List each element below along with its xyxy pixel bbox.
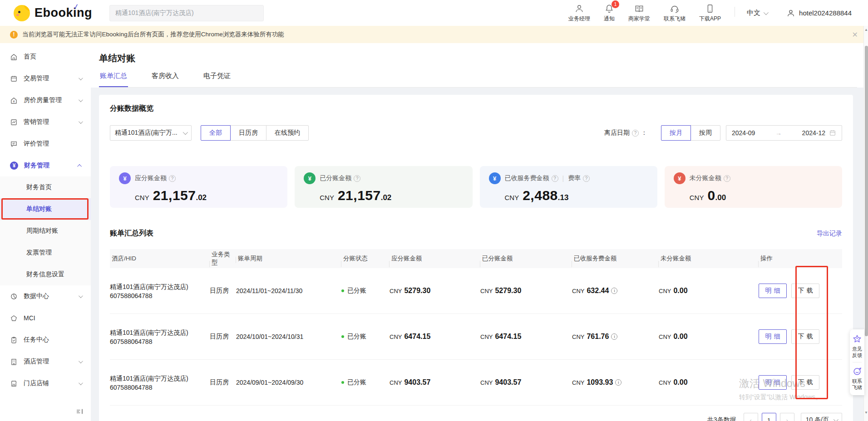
svg-text:¥: ¥	[13, 99, 15, 103]
sidebar-collapse-icon[interactable]	[75, 407, 84, 416]
money-bag-icon: ¥	[489, 172, 501, 184]
page-header: 单结对账 账单汇总 客房收入 电子凭证	[91, 43, 868, 88]
sidebar-item-rate-inventory[interactable]: ¥ 房价房量管理	[0, 89, 91, 111]
banner-close-icon[interactable]: ✕	[852, 30, 858, 39]
download-button[interactable]: 下载	[791, 329, 819, 344]
contact-fliggy-float-button[interactable]: 联系飞猪	[852, 366, 863, 391]
contact-fliggy-button[interactable]: 联系飞猪	[664, 4, 686, 23]
next-page-button[interactable]: ›	[780, 413, 794, 421]
table-row: 精通101酒店(南宁万达茂店)607588064788 日历房 2024/09/…	[110, 360, 842, 406]
sidebar-item-home[interactable]: 首页	[0, 46, 91, 68]
help-icon[interactable]: ?	[354, 175, 360, 182]
merchant-school-button[interactable]: 商家学堂	[628, 4, 650, 23]
sidebar-item-invoice[interactable]: 发票管理	[0, 242, 91, 264]
service-fee-amount: CNY761.76i	[572, 333, 659, 341]
detail-button[interactable]: 明细	[759, 375, 787, 390]
user-account[interactable]: hotel2024288844	[786, 9, 852, 18]
shop-icon	[10, 380, 18, 387]
download-button[interactable]: 下载	[791, 284, 819, 298]
scrollbar-thumb[interactable]	[865, 46, 868, 336]
comment-icon	[10, 140, 18, 148]
download-app-button[interactable]: 下载APP	[699, 4, 721, 23]
hotel-search-input[interactable]	[109, 5, 264, 21]
detail-button[interactable]: 明细	[759, 284, 787, 298]
yen-circle-icon: ¥	[10, 162, 18, 170]
fee-info-icon[interactable]: i	[611, 288, 617, 294]
scroll-down-icon[interactable]: ▼	[864, 411, 868, 415]
page-size-select[interactable]: 10 条/页	[801, 413, 842, 421]
chevron-down-icon	[79, 294, 83, 298]
hotel-name: 精通101酒店(南宁万达茂店)	[110, 374, 203, 383]
scroll-up-icon[interactable]: ▲	[864, 28, 868, 32]
bill-period: 2024/10/01~2024/10/31	[236, 333, 341, 340]
business-manager-button[interactable]: 业务经理	[568, 4, 590, 23]
detail-button[interactable]: 明细	[759, 329, 787, 344]
chevron-down-icon	[79, 381, 83, 385]
pentagon-icon	[10, 314, 18, 322]
sidebar-item-single-settlement[interactable]: 单结对账	[0, 198, 91, 220]
prev-page-button[interactable]: ‹	[744, 413, 758, 421]
label-divider: |	[562, 175, 564, 182]
person-icon	[574, 4, 584, 14]
book-icon	[634, 4, 644, 14]
fee-info-icon[interactable]: i	[615, 379, 621, 386]
help-icon[interactable]: ?	[552, 175, 558, 182]
sidebar-item-transactions[interactable]: 交易管理	[0, 68, 91, 89]
type-calendar-room-button[interactable]: 日历房	[230, 125, 266, 141]
settled-amount: CNY6474.15	[480, 333, 572, 341]
card-due-amount: ¥ 应分账金额? CNY21,157.02	[110, 166, 287, 208]
ebooking-logo[interactable]: Ebooking ✓	[14, 5, 92, 21]
granularity-group: 按月 按周	[661, 125, 720, 141]
sidebar-item-marketing[interactable]: 营销管理	[0, 111, 91, 133]
list-header: 账单汇总列表 导出记录	[110, 229, 842, 238]
chevron-down-icon	[79, 119, 83, 124]
overview-cards: ¥ 应分账金额? CNY21,157.02 ¥ 已分账金额? CNY21,157…	[110, 166, 842, 208]
help-icon[interactable]: ?	[583, 175, 590, 182]
due-amount: CNY9403.57	[390, 378, 480, 387]
chevron-down-icon	[79, 98, 83, 102]
notifications-button[interactable]: 1 通知	[604, 4, 615, 23]
feedback-button[interactable]: 意见反馈	[852, 334, 863, 358]
building-icon	[10, 358, 18, 366]
hotel-hid: 607588064788	[110, 384, 203, 391]
card-unsettled-amount: ¥ 未分账金额? CNY0.00	[665, 166, 842, 208]
content-card: 分账数据概览 精通101酒店(南宁万... 全部 日历房 在线预约 离店日期 ?…	[99, 95, 853, 421]
sidebar-item-finance[interactable]: ¥ 财务管理	[0, 155, 91, 176]
help-icon[interactable]: ?	[169, 175, 176, 182]
browser-warning-banner: ! 当前浏览器可能无法正常访问Ebooking后台所有页面，推荐您使用Chrom…	[0, 26, 868, 43]
fee-info-icon[interactable]: i	[611, 333, 617, 340]
by-month-button[interactable]: 按月	[661, 125, 691, 141]
settled-amount: CNY5279.30	[480, 287, 572, 295]
help-icon[interactable]: ?	[724, 175, 730, 182]
service-fee-amount: CNY1093.93i	[572, 378, 659, 387]
main-content: 单结对账 账单汇总 客房收入 电子凭证 分账数据概览 精通101酒店(南宁万..…	[91, 43, 868, 421]
tab-e-voucher[interactable]: 电子凭证	[202, 72, 232, 87]
sidebar-item-task-center[interactable]: 任务中心	[0, 329, 91, 351]
export-records-link[interactable]: 导出记录	[817, 230, 842, 238]
sidebar-item-mci[interactable]: MCI	[0, 307, 91, 329]
sidebar-item-reviews[interactable]: 评价管理	[0, 133, 91, 155]
help-icon[interactable]: ?	[632, 130, 639, 137]
date-range-input[interactable]: 2024-09 → 2024-12	[726, 125, 842, 141]
page-1-button[interactable]: 1	[762, 413, 776, 421]
tab-bar: 账单汇总 客房收入 电子凭证	[99, 72, 857, 88]
sidebar-item-period-settlement[interactable]: 周期结对账	[0, 220, 91, 242]
sidebar-item-data-center[interactable]: 数据中心	[0, 285, 91, 307]
due-amount: CNY6474.15	[390, 333, 480, 341]
type-all-button[interactable]: 全部	[201, 125, 231, 141]
by-week-button[interactable]: 按周	[690, 125, 720, 141]
date-from: 2024-09	[732, 129, 755, 137]
clipboard-check-icon	[10, 336, 18, 344]
arrow-right-icon: →	[759, 129, 798, 137]
sidebar-item-finance-home[interactable]: 财务首页	[0, 176, 91, 198]
business-type: 日历房	[210, 287, 236, 295]
download-button[interactable]: 下载	[791, 375, 819, 390]
hotel-select[interactable]: 精通101酒店(南宁万...	[110, 125, 192, 141]
sidebar-item-finance-settings[interactable]: 财务信息设置	[0, 264, 91, 285]
sidebar-item-store[interactable]: 门店店铺	[0, 372, 91, 394]
tab-room-revenue[interactable]: 客房收入	[151, 72, 180, 87]
type-online-booking-button[interactable]: 在线预约	[266, 125, 309, 141]
language-selector[interactable]: 中文	[747, 9, 767, 17]
sidebar-item-hotel-management[interactable]: 酒店管理	[0, 351, 91, 372]
tab-bill-summary[interactable]: 账单汇总	[99, 72, 128, 87]
